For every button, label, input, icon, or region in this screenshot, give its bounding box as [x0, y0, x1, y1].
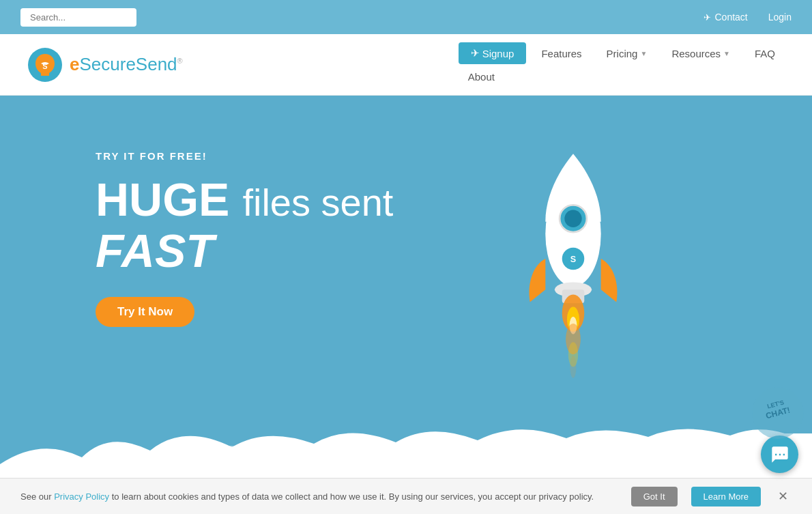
faq-link[interactable]: FAQ	[745, 44, 785, 63]
pricing-dropdown-arrow: ▼	[640, 50, 647, 57]
top-bar: ✈ Contact Login	[0, 0, 812, 34]
nav-bottom-row: About	[459, 67, 504, 87]
got-it-button[interactable]: Got It	[631, 487, 678, 506]
about-label: About	[468, 71, 495, 83]
svg-text:S: S	[570, 255, 576, 264]
resources-link[interactable]: Resources ▼	[662, 44, 740, 63]
headline-huge: HUGE	[96, 173, 229, 225]
svg-point-4	[564, 210, 581, 227]
chat-icon	[770, 445, 789, 464]
cookie-text: See our Privacy Policy to learn about co…	[20, 491, 618, 502]
chat-bubble-button[interactable]	[761, 436, 798, 473]
logo-area: S eSecureSend®	[27, 47, 183, 83]
logo-icon: S	[27, 47, 63, 83]
hero-text: TRY IT FOR FREE! HUGE files sent FAST Tr…	[96, 137, 393, 327]
headline: HUGE files sent FAST	[96, 174, 393, 276]
resources-dropdown-arrow: ▼	[723, 50, 730, 57]
try-free-label: TRY IT FOR FREE!	[96, 150, 393, 162]
contact-label: Contact	[714, 12, 747, 23]
nav-top-row: ✈ Signup Features Pricing ▼ Resources ▼ …	[459, 42, 785, 64]
faq-label: FAQ	[755, 48, 775, 59]
signup-link[interactable]: ✈ Signup	[459, 42, 527, 64]
cookie-bar: See our Privacy Policy to learn about co…	[0, 478, 812, 514]
login-label: Login	[768, 12, 792, 23]
pricing-link[interactable]: Pricing ▼	[597, 44, 657, 63]
chat-widget-badge: LET'S CHAT!	[751, 386, 805, 440]
signup-icon: ✈	[471, 47, 480, 59]
svg-point-14	[570, 356, 576, 378]
clouds-svg	[0, 396, 812, 485]
learn-more-button[interactable]: Learn More	[691, 487, 761, 506]
nav-links: ✈ Signup Features Pricing ▼ Resources ▼ …	[459, 42, 785, 87]
privacy-policy-link[interactable]: Privacy Policy	[54, 491, 109, 502]
features-link[interactable]: Features	[532, 44, 591, 63]
send-icon: ✈	[704, 12, 711, 23]
rocket-svg: S	[505, 123, 641, 382]
headline-fast: FAST	[96, 225, 393, 276]
close-cookie-icon[interactable]: ✕	[774, 489, 792, 504]
about-link[interactable]: About	[459, 67, 504, 87]
features-label: Features	[541, 48, 581, 59]
hero-section: TRY IT FOR FREE! HUGE files sent FAST Tr…	[0, 96, 812, 485]
nav-bar: S eSecureSend® ✈ Signup Features Pricing…	[0, 34, 812, 96]
signup-label: Signup	[482, 48, 514, 59]
try-it-now-button[interactable]: Try It Now	[96, 297, 194, 327]
contact-link[interactable]: ✈ Contact	[704, 12, 747, 23]
resources-label: Resources	[671, 48, 721, 59]
top-right-links: ✈ Contact Login	[704, 12, 792, 23]
cookie-message: See our	[20, 491, 54, 502]
chat-badge-svg: LET'S CHAT!	[751, 386, 805, 440]
search-input[interactable]	[20, 8, 136, 27]
headline-files-sent: files sent	[242, 181, 393, 224]
pricing-label: Pricing	[607, 48, 638, 59]
login-link[interactable]: Login	[768, 12, 792, 23]
rocket-illustration: S	[505, 123, 641, 423]
cookie-message-2: to learn about cookies and types of data…	[112, 491, 594, 502]
logo-text: eSecureSend®	[70, 54, 183, 75]
svg-text:S: S	[42, 62, 47, 70]
